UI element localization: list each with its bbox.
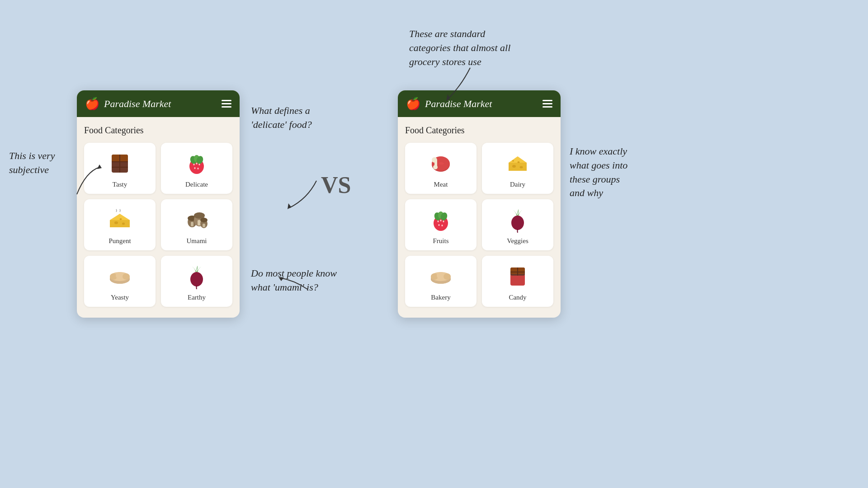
right-section-title: Food Categories (405, 125, 553, 136)
svg-point-45 (512, 160, 514, 162)
svg-point-9 (193, 164, 195, 165)
left-pungent-label: Pungent (108, 237, 131, 245)
left-category-yeasty[interactable]: Yeasty (84, 256, 156, 307)
svg-point-32 (116, 272, 124, 279)
svg-point-50 (438, 221, 439, 222)
svg-point-12 (194, 167, 196, 169)
bread-icon-right (428, 264, 453, 289)
left-menu-icon[interactable] (222, 100, 231, 108)
svg-point-43 (520, 166, 523, 169)
svg-marker-41 (509, 163, 527, 171)
right-menu-icon[interactable] (542, 100, 552, 108)
left-category-grid: Tasty Delicate (84, 143, 232, 307)
left-delicate-label: Delicate (185, 181, 208, 188)
left-phone-body: Food Categories Tasty (77, 117, 240, 318)
svg-point-23 (194, 212, 205, 219)
beet-icon-left (184, 264, 209, 289)
right-category-fruits[interactable]: Fruits (405, 199, 476, 250)
right-logo-icon: 🍎 (406, 97, 420, 111)
svg-point-33 (123, 273, 130, 280)
svg-point-44 (518, 161, 520, 163)
bread-icon-left (107, 264, 132, 289)
left-category-earthy[interactable]: Earthy (161, 256, 232, 307)
svg-point-51 (440, 220, 442, 221)
svg-point-17 (122, 223, 125, 225)
left-section-title: Food Categories (84, 125, 232, 136)
annotation-standard: These are standardcategories that almost… (409, 27, 510, 69)
left-logo-icon: 🍎 (85, 97, 99, 111)
svg-point-18 (120, 218, 122, 220)
right-category-candy[interactable]: Candy (482, 256, 553, 307)
right-category-bakery[interactable]: Bakery (405, 256, 476, 307)
svg-point-60 (437, 272, 445, 279)
svg-point-55 (511, 216, 524, 230)
dairy-icon (505, 151, 530, 176)
vs-label: VS (321, 172, 351, 198)
svg-point-26 (200, 218, 208, 222)
svg-point-52 (443, 221, 444, 222)
strawberry-icon-left (184, 151, 209, 176)
right-app-title: Paradise Market (425, 98, 492, 110)
right-phone-body: Food Categories Meat (398, 117, 561, 318)
svg-marker-68 (288, 203, 291, 209)
svg-point-11 (199, 164, 200, 165)
mushroom-icon (184, 207, 209, 233)
right-phone-header: 🍎 Paradise Market (398, 90, 561, 117)
right-dairy-label: Dairy (510, 181, 525, 188)
right-meat-label: Meat (434, 181, 448, 188)
right-category-dairy[interactable]: Dairy (482, 143, 553, 194)
left-tasty-label: Tasty (113, 181, 127, 188)
chocolate-icon (107, 151, 132, 176)
cheese-icon (107, 207, 132, 233)
left-phone: 🍎 Paradise Market Food Categories Tasty (77, 90, 240, 318)
svg-point-16 (114, 221, 118, 224)
right-veggies-label: Veggies (507, 237, 528, 245)
right-candy-label: Candy (509, 294, 526, 301)
beet-icon-right (505, 207, 530, 233)
left-category-delicate[interactable]: Delicate (161, 143, 232, 194)
left-app-title: Paradise Market (104, 98, 171, 110)
svg-point-13 (198, 168, 199, 169)
svg-point-34 (190, 272, 203, 286)
left-category-tasty[interactable]: Tasty (84, 143, 156, 194)
svg-rect-27 (203, 224, 205, 227)
left-category-pungent[interactable]: Pungent (84, 199, 156, 250)
left-yeasty-label: Yeasty (111, 294, 129, 301)
annotation-subjective: This is verysubjective (9, 149, 55, 177)
svg-marker-15 (110, 220, 130, 227)
right-bakery-label: Bakery (431, 294, 450, 301)
meat-icon (428, 151, 453, 176)
left-umami-label: Umami (187, 237, 207, 245)
svg-point-61 (443, 273, 451, 280)
left-phone-header: 🍎 Paradise Market (77, 90, 240, 117)
svg-rect-21 (191, 222, 193, 226)
annotation-delicate: What defines a'delicate' food? (251, 104, 312, 132)
left-category-umami[interactable]: Umami (161, 199, 232, 250)
annotation-know-groups: I know exactlywhat goes intothese groups… (570, 145, 627, 200)
svg-point-42 (512, 165, 516, 168)
strawberry-icon-right (428, 207, 453, 233)
svg-point-39 (433, 165, 438, 169)
annotation-umami: Do most people knowwhat 'umami' is? (251, 267, 337, 295)
right-category-grid: Meat Dairy (405, 143, 553, 307)
candy-icon (505, 264, 530, 289)
right-phone: 🍎 Paradise Market Food Categories (398, 90, 561, 318)
right-category-meat[interactable]: Meat (405, 143, 476, 194)
svg-point-53 (439, 224, 440, 226)
right-category-veggies[interactable]: Veggies (482, 199, 553, 250)
right-fruits-label: Fruits (433, 237, 448, 245)
left-earthy-label: Earthy (188, 294, 206, 301)
svg-point-10 (196, 163, 198, 164)
svg-point-54 (442, 225, 443, 226)
